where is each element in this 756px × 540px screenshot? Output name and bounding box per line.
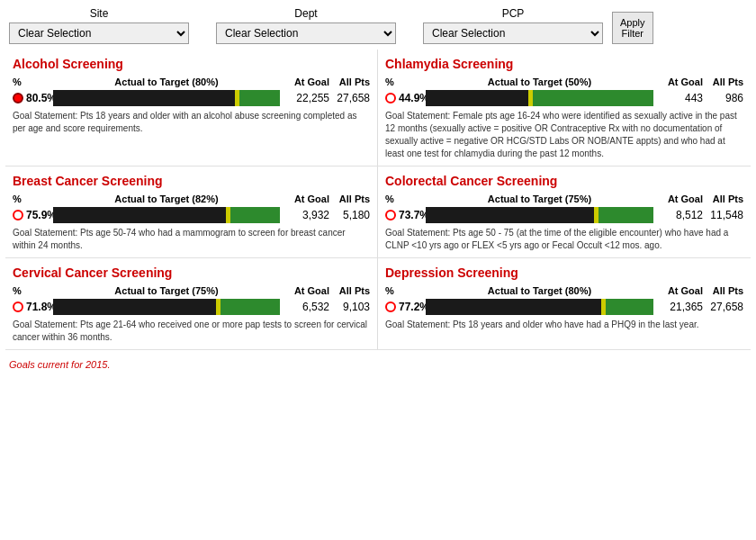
alcohol-title: Alcohol Screening (13, 57, 370, 71)
depression-metrics-header: % Actual to Target (80%) At Goal All Pts (385, 285, 743, 296)
chlamydia-bar-green (533, 90, 653, 106)
screening-card-alcohol: Alcohol Screening % Actual to Target (80… (5, 50, 378, 166)
colorectal-pct-header: % (385, 194, 426, 204)
cervical-metrics-header: % Actual to Target (75%) At Goal All Pts (13, 285, 370, 296)
breast-goal-statement: Goal Statement: Pts age 50-74 who had a … (13, 227, 370, 252)
breast-metrics-header: % Actual to Target (82%) At Goal All Pts (13, 194, 370, 204)
depression-bar-fill (426, 299, 601, 315)
depression-pct-value: 77.2% (385, 301, 426, 313)
site-label: Site (90, 7, 109, 20)
cervical-allpts-value: 9,103 (329, 301, 370, 313)
breast-pct-value: 75.9% (13, 209, 53, 221)
chlamydia-pct-header: % (385, 76, 426, 87)
footer-text: Goals current for 2015. (0, 350, 756, 379)
breast-atgoal-header: At Goal (280, 194, 329, 204)
alcohol-metrics-header: % Actual to Target (80%) At Goal All Pts (13, 76, 370, 87)
depression-bar-green (606, 299, 653, 315)
chlamydia-pct-text: 44.9% (399, 92, 429, 104)
chlamydia-progress-bar (426, 90, 653, 106)
cervical-pct-header: % (13, 285, 53, 296)
depression-progress-bar (426, 299, 653, 315)
breast-pct-text: 75.9% (26, 209, 57, 221)
screening-card-depression: Depression Screening % Actual to Target … (378, 258, 751, 350)
depression-metrics-row: 77.2%21,36527,658 (385, 299, 743, 315)
depression-atgoal-value: 21,365 (653, 301, 703, 313)
apply-filter-button[interactable]: Apply Filter (612, 12, 653, 44)
depression-atgoal-header: At Goal (653, 285, 703, 296)
cervical-title: Cervical Cancer Screening (13, 266, 370, 280)
colorectal-metrics-row: 73.7%8,51211,548 (385, 207, 743, 223)
pcp-filter-group: PCP Clear Selection (423, 7, 603, 44)
cervical-metrics-row: 71.8%6,5329,103 (13, 299, 370, 315)
chlamydia-metrics-header: % Actual to Target (50%) At Goal All Pts (385, 76, 743, 87)
alcohol-progress-bar (53, 90, 280, 106)
cervical-pct-text: 71.8% (26, 301, 57, 313)
colorectal-pct-value: 73.7% (385, 209, 426, 221)
chlamydia-allpts-value: 986 (703, 92, 743, 104)
chlamydia-allpts-header: All Pts (703, 76, 743, 87)
alcohol-pct-header: % (13, 76, 53, 87)
dept-label: Dept (294, 7, 317, 20)
colorectal-bar-fill (426, 207, 594, 223)
site-select[interactable]: Clear Selection (9, 22, 189, 44)
site-filter-group: Site Clear Selection (9, 7, 189, 44)
chlamydia-goal-statement: Goal Statement: Female pts age 16-24 who… (385, 110, 743, 160)
alcohol-allpts-value: 27,658 (329, 92, 370, 104)
depression-allpts-value: 27,658 (703, 301, 743, 313)
alcohol-allpts-header: All Pts (329, 76, 370, 87)
colorectal-title: Colorectal Cancer Screening (385, 174, 743, 188)
screening-card-cervical: Cervical Cancer Screening % Actual to Ta… (5, 258, 378, 350)
cervical-atgoal-value: 6,532 (280, 301, 329, 313)
alcohol-goal-statement: Goal Statement: Pts 18 years and older w… (13, 110, 370, 135)
chlamydia-pct-value: 44.9% (385, 92, 426, 104)
colorectal-metrics-header: % Actual to Target (75%) At Goal All Pts (385, 194, 743, 204)
breast-progress-bar (53, 207, 280, 223)
chlamydia-metrics-row: 44.9%443986 (385, 90, 743, 106)
alcohol-actual-header: Actual to Target (80%) (53, 76, 280, 87)
pcp-label: PCP (502, 7, 525, 20)
chlamydia-atgoal-value: 443 (653, 92, 703, 104)
alcohol-atgoal-header: At Goal (280, 76, 329, 87)
chlamydia-bar-fill (426, 90, 528, 106)
breast-title: Breast Cancer Screening (13, 174, 370, 188)
alcohol-metrics-row: 80.5%22,25527,658 (13, 90, 370, 106)
depression-pct-text: 77.2% (399, 301, 429, 313)
screening-card-chlamydia: Chlamydia Screening % Actual to Target (… (378, 50, 751, 166)
alcohol-atgoal-value: 22,255 (280, 92, 329, 104)
breast-bar-fill (53, 207, 226, 223)
cervical-goal-statement: Goal Statement: Pts age 21-64 who receiv… (13, 319, 370, 344)
breast-allpts-value: 5,180 (329, 209, 370, 221)
breast-pct-header: % (13, 194, 53, 204)
chlamydia-not-met-indicator (385, 93, 396, 104)
colorectal-allpts-value: 11,548 (703, 209, 743, 221)
dept-select[interactable]: Clear Selection (216, 22, 396, 44)
cervical-bar-fill (53, 299, 216, 315)
cervical-pct-value: 71.8% (13, 301, 53, 313)
cervical-bar-green (220, 299, 280, 315)
depression-goal-statement: Goal Statement: Pts 18 years and older w… (385, 319, 743, 331)
cervical-actual-header: Actual to Target (75%) (53, 285, 280, 296)
colorectal-atgoal-value: 8,512 (653, 209, 703, 221)
colorectal-allpts-header: All Pts (703, 194, 743, 204)
breast-actual-header: Actual to Target (82%) (53, 194, 280, 204)
depression-title: Depression Screening (385, 266, 743, 280)
depression-actual-header: Actual to Target (80%) (426, 285, 653, 296)
alcohol-bar-fill (53, 90, 235, 106)
depression-allpts-header: All Pts (703, 285, 743, 296)
depression-not-met-indicator (385, 302, 396, 312)
cervical-progress-bar (53, 299, 280, 315)
cervical-allpts-header: All Pts (329, 285, 370, 296)
dept-filter-group: Dept Clear Selection (216, 7, 396, 44)
cervical-not-met-indicator (13, 302, 23, 312)
pcp-select[interactable]: Clear Selection (423, 22, 603, 44)
breast-atgoal-value: 3,932 (280, 209, 329, 221)
colorectal-atgoal-header: At Goal (653, 194, 703, 204)
breast-metrics-row: 75.9%3,9325,180 (13, 207, 370, 223)
colorectal-actual-header: Actual to Target (75%) (426, 194, 653, 204)
alcohol-bar-green (239, 90, 280, 106)
colorectal-bar-green (598, 207, 653, 223)
colorectal-pct-text: 73.7% (399, 209, 429, 221)
chlamydia-atgoal-header: At Goal (653, 76, 703, 87)
screening-card-colorectal: Colorectal Cancer Screening % Actual to … (378, 166, 751, 258)
colorectal-goal-statement: Goal Statement: Pts age 50 - 75 (at the … (385, 227, 743, 252)
